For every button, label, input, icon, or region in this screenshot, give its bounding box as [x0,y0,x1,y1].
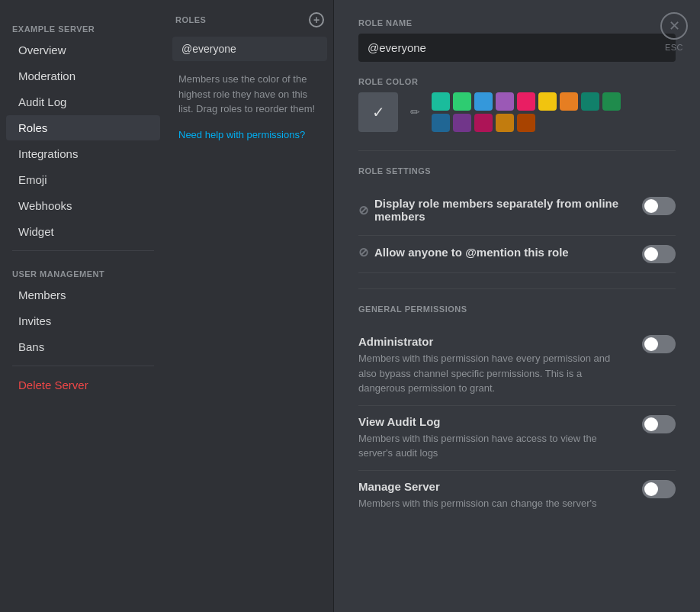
sidebar: EXAMPLE SERVER Overview Moderation Audit… [0,0,166,612]
permission-view-audit-log-desc: Members with this permission have access… [358,431,630,461]
setting-display-separately-title: ⊘ Display role members separately from o… [358,197,630,223]
permission-manage-server-title: Manage Server [358,480,630,493]
permission-view-audit-log-toggle[interactable] [642,415,676,433]
roles-panel-header: ROLES + [166,12,333,37]
permission-manage-server: Manage Server Members with this permissi… [358,471,676,520]
setting-allow-mention-content: ⊘ Allow anyone to @mention this role [358,245,642,263]
sidebar-divider-2 [12,366,154,366]
role-settings-title: ROLE SETTINGS [358,166,676,176]
general-permissions-title: GENERAL PERMISSIONS [358,304,676,314]
setting-allow-mention-title: ⊘ Allow anyone to @mention this role [358,245,630,259]
esc-label: ESC [665,43,683,52]
permission-manage-server-toggle[interactable] [642,480,676,498]
color-dot-0[interactable] [432,92,450,111]
setting-display-icon: ⊘ [358,203,368,217]
color-picker-row: ✓ ✏ [358,92,676,132]
color-dot-13[interactable] [517,114,535,132]
permission-view-audit-log-content: View Audit Log Members with this permiss… [358,415,642,461]
permission-manage-server-desc: Members with this permission can change … [358,496,630,511]
permission-view-audit-log-label: View Audit Log [358,415,441,428]
sidebar-item-members[interactable]: Members [6,282,160,308]
setting-allow-mention: ⊘ Allow anyone to @mention this role [358,236,676,273]
sidebar-section-user-management: USER MANAGEMENT [0,257,166,282]
setting-display-label: Display role members separately from onl… [374,197,630,223]
color-dot-7[interactable] [581,92,599,111]
permission-administrator-content: Administrator Members with this permissi… [358,335,642,396]
color-dot-3[interactable] [496,92,514,111]
color-dot-9[interactable] [432,114,450,132]
role-name-input[interactable] [358,34,676,62]
color-grid [432,92,621,132]
role-name-label: ROLE NAME [358,18,676,27]
sidebar-item-bans[interactable]: Bans [6,334,160,359]
roles-help-link[interactable]: Need help with permissions? [166,126,333,143]
color-dot-8[interactable] [602,92,621,111]
permission-administrator-label: Administrator [358,335,433,348]
sidebar-item-invites[interactable]: Invites [6,308,160,333]
permission-view-audit-log-title: View Audit Log [358,415,630,428]
sidebar-item-moderation[interactable]: Moderation [6,63,160,89]
roles-panel: ROLES + @everyone Members use the color … [166,0,334,612]
color-pencil-button[interactable]: ✏ [404,101,425,123]
setting-display-separately-content: ⊘ Display role members separately from o… [358,197,642,226]
main-content: ✕ ESC ROLE NAME ROLE COLOR ✓ ✏ ROLE SETT… [334,0,700,612]
color-swatch-selected[interactable]: ✓ [358,92,398,132]
permission-manage-server-label: Manage Server [358,480,440,493]
roles-hint: Members use the color of the highest rol… [166,63,333,126]
setting-display-separately: ⊘ Display role members separately from o… [358,188,676,236]
role-color-label: ROLE COLOR [358,77,676,86]
color-dot-5[interactable] [538,92,557,111]
permission-administrator-desc: Members with this permission have every … [358,351,630,396]
color-dot-1[interactable] [453,92,471,111]
roles-panel-title: ROLES [175,15,206,24]
color-dot-12[interactable] [496,114,514,132]
sidebar-item-roles[interactable]: Roles [6,115,160,140]
permission-administrator-title: Administrator [358,335,630,348]
setting-display-toggle[interactable] [642,197,676,215]
color-dot-6[interactable] [560,92,578,111]
section-divider-1 [358,150,676,151]
color-check-icon: ✓ [372,103,385,121]
sidebar-item-webhooks[interactable]: Webhooks [6,193,160,218]
permission-manage-server-content: Manage Server Members with this permissi… [358,480,642,511]
sidebar-item-delete-server[interactable]: Delete Server [6,372,160,398]
section-divider-2 [358,288,676,289]
sidebar-item-audit-log[interactable]: Audit Log [6,89,160,114]
sidebar-item-emoji[interactable]: Emoji [6,167,160,192]
color-dot-10[interactable] [453,114,471,132]
sidebar-item-integrations[interactable]: Integrations [6,141,160,166]
color-dot-2[interactable] [474,92,493,111]
permission-view-audit-log: View Audit Log Members with this permiss… [358,406,676,471]
color-section: ROLE COLOR ✓ ✏ [358,77,676,132]
setting-mention-label: Allow anyone to @mention this role [374,246,569,259]
color-dot-11[interactable] [474,114,493,132]
close-button[interactable]: ✕ [660,12,688,40]
setting-mention-toggle[interactable] [642,245,676,263]
permission-administrator: Administrator Members with this permissi… [358,326,676,406]
sidebar-item-overview[interactable]: Overview [6,37,160,63]
color-dot-4[interactable] [517,92,535,111]
role-item-everyone[interactable]: @everyone [172,37,327,61]
add-role-button[interactable]: + [309,12,324,27]
permission-administrator-toggle[interactable] [642,335,676,353]
setting-mention-icon: ⊘ [358,245,368,259]
sidebar-divider-1 [12,250,154,251]
sidebar-item-widget[interactable]: Widget [6,219,160,244]
sidebar-section-server: EXAMPLE SERVER [0,12,166,37]
